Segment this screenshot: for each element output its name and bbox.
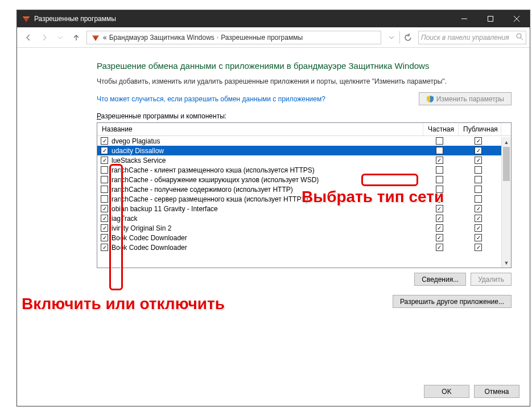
enable-checkbox[interactable] — [101, 215, 108, 222]
recent-dropdown-icon[interactable] — [52, 30, 68, 46]
enable-checkbox[interactable] — [101, 186, 108, 193]
allowed-programs-window: Разрешенные программы « Брандмауэр — [17, 10, 530, 406]
app-name: iagTrack — [112, 215, 423, 223]
search-input[interactable]: Поиск в панели управления — [418, 31, 526, 44]
nav-bar: « Брандмауэр Защитника Windows › Разреше… — [17, 27, 530, 48]
table-row[interactable]: obian backup 11 Gravity - Interface — [97, 204, 511, 213]
enable-checkbox[interactable] — [101, 176, 108, 183]
table-row[interactable]: ranchCache - получение содержимого (испо… — [97, 184, 511, 194]
uac-shield-icon — [426, 95, 434, 103]
private-checkbox[interactable] — [436, 166, 443, 174]
breadcrumb-part2[interactable]: Разрешенные программы — [221, 34, 303, 42]
forward-button[interactable] — [36, 30, 52, 46]
scroll-down-icon[interactable]: ▼ — [502, 258, 511, 268]
enable-checkbox[interactable] — [101, 137, 108, 145]
back-button[interactable] — [20, 30, 36, 46]
public-checkbox[interactable] — [475, 166, 482, 174]
content-area: Разрешение обмена данными с приложениями… — [17, 48, 530, 317]
dialog-footer: OK Отмена — [424, 385, 519, 398]
col-private-header[interactable]: Частная — [423, 123, 459, 135]
col-public-header[interactable]: Публичная — [459, 123, 501, 135]
app-name: udacity Dissallow — [112, 147, 423, 155]
table-row[interactable]: udacity Dissallow — [97, 146, 511, 155]
private-checkbox[interactable] — [436, 244, 443, 251]
table-row[interactable]: lueStacks Service — [97, 155, 511, 165]
table-row[interactable]: ranchCache - сервер размещенного кэша (и… — [97, 194, 511, 204]
enable-checkbox[interactable] — [101, 224, 108, 232]
svg-point-1 — [517, 34, 521, 38]
col-name-header[interactable]: Название — [97, 123, 423, 135]
public-checkbox[interactable] — [475, 186, 482, 193]
enable-checkbox[interactable] — [101, 166, 108, 174]
table-row[interactable]: ranchCache - клиент размещенного кэша (и… — [97, 165, 511, 175]
private-checkbox[interactable] — [436, 224, 443, 232]
search-placeholder: Поиск в панели управления — [421, 34, 516, 42]
up-button[interactable] — [68, 30, 84, 46]
crumb-dropdown-icon[interactable] — [383, 30, 399, 46]
private-checkbox[interactable] — [436, 205, 443, 212]
scroll-up-icon[interactable]: ▲ — [502, 137, 511, 147]
app-name: dvego Plagiatus — [112, 137, 423, 145]
private-checkbox[interactable] — [436, 195, 443, 203]
app-name: Book Codec Downloader — [112, 244, 423, 252]
table-row[interactable]: Book Codec Downloader — [97, 233, 511, 243]
svg-rect-0 — [488, 17, 493, 22]
table-row[interactable]: dvego Plagiatus — [97, 136, 511, 146]
maximize-button[interactable] — [477, 10, 504, 27]
public-checkbox[interactable] — [475, 176, 482, 183]
page-subtitle: Чтобы добавить, изменить или удалить раз… — [97, 76, 512, 87]
breadcrumb-lead: « — [103, 34, 107, 42]
app-name: ranchCache - получение содержимого (испо… — [112, 186, 423, 194]
table-row[interactable]: ranchCache - обнаружение кэширующих узло… — [97, 175, 511, 184]
public-checkbox[interactable] — [475, 234, 482, 241]
enable-checkbox[interactable] — [101, 157, 108, 164]
allow-other-app-button[interactable]: Разрешить другое приложение... — [393, 295, 512, 308]
public-checkbox[interactable] — [475, 195, 482, 203]
public-checkbox[interactable] — [475, 215, 482, 222]
app-name: Book Codec Downloader — [112, 234, 423, 242]
private-checkbox[interactable] — [436, 186, 443, 193]
minimize-button[interactable] — [451, 10, 477, 27]
private-checkbox[interactable] — [436, 215, 443, 222]
ok-button[interactable]: OK — [424, 385, 469, 398]
table-row[interactable]: Book Codec Downloader — [97, 243, 511, 252]
private-checkbox[interactable] — [436, 234, 443, 241]
scroll-thumb[interactable] — [503, 147, 510, 181]
allowed-apps-grid: Название Частная Публичная dvego Plagiat… — [97, 122, 512, 268]
enable-checkbox[interactable] — [101, 205, 108, 212]
cancel-button[interactable]: Отмена — [474, 385, 519, 398]
enable-checkbox[interactable] — [101, 147, 108, 154]
enable-checkbox[interactable] — [101, 234, 108, 241]
public-checkbox[interactable] — [475, 224, 482, 232]
public-checkbox[interactable] — [475, 137, 482, 145]
refresh-button[interactable] — [400, 30, 416, 46]
private-checkbox[interactable] — [436, 137, 443, 145]
chevron-right-icon: › — [215, 34, 221, 40]
scrollbar[interactable]: ▲ ▼ — [501, 137, 511, 268]
breadcrumb-part1[interactable]: Брандмауэр Защитника Windows — [107, 34, 215, 42]
public-checkbox[interactable] — [475, 157, 482, 164]
table-row[interactable]: iagTrack — [97, 213, 511, 223]
delete-button[interactable]: Удалить — [471, 273, 512, 286]
app-name: ranchCache - обнаружение кэширующих узло… — [112, 176, 423, 184]
private-checkbox[interactable] — [436, 176, 443, 183]
app-icon — [22, 14, 31, 23]
app-name: obian backup 11 Gravity - Interface — [112, 205, 423, 213]
enable-checkbox[interactable] — [101, 244, 108, 251]
enable-checkbox[interactable] — [101, 195, 108, 203]
private-checkbox[interactable] — [436, 157, 443, 164]
table-row[interactable]: ivinity Original Sin 2 — [97, 223, 511, 233]
details-button[interactable]: Сведения... — [414, 273, 466, 286]
public-checkbox[interactable] — [475, 205, 482, 212]
public-checkbox[interactable] — [475, 244, 482, 251]
risk-link[interactable]: Что может случиться, если разрешить обме… — [97, 95, 419, 103]
change-settings-button[interactable]: Изменить параметры — [419, 92, 512, 105]
window-title: Разрешенные программы — [34, 15, 451, 23]
app-name: ranchCache - клиент размещенного кэша (и… — [112, 166, 423, 174]
app-name: ivinity Original Sin 2 — [112, 224, 423, 232]
private-checkbox[interactable] — [436, 147, 443, 154]
list-label: Разрешенные программы и компоненты: — [97, 112, 512, 120]
public-checkbox[interactable] — [475, 147, 482, 154]
close-button[interactable] — [504, 10, 530, 27]
breadcrumb[interactable]: « Брандмауэр Защитника Windows › Разреше… — [86, 31, 381, 44]
